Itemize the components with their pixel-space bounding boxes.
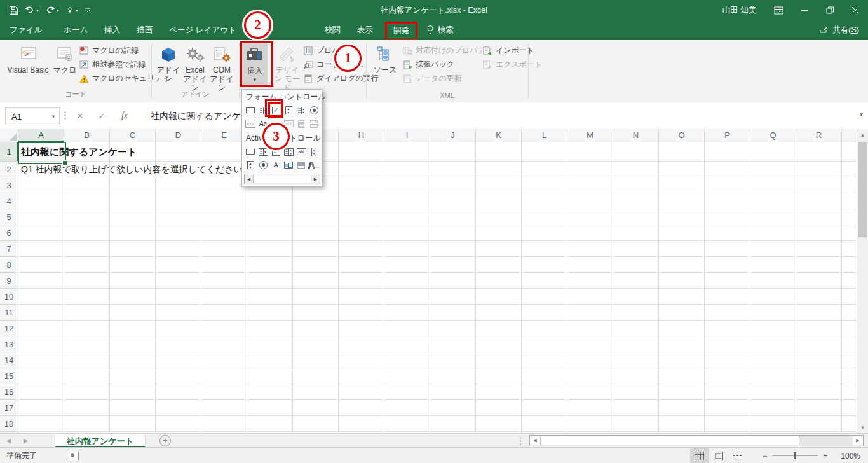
- row-header-6[interactable]: 6: [0, 225, 18, 241]
- insert-function-icon[interactable]: fx: [116, 107, 133, 124]
- command-button-icon[interactable]: [244, 145, 257, 158]
- row-header-7[interactable]: 7: [0, 241, 18, 257]
- button-icon[interactable]: [244, 104, 257, 117]
- macro-recording-icon[interactable]: [69, 452, 79, 460]
- scroll-up-arrow[interactable]: ▲: [857, 129, 868, 141]
- column-header-C[interactable]: C: [110, 129, 156, 142]
- row-header-5[interactable]: 5: [0, 209, 18, 225]
- tab-bar-splitter[interactable]: [519, 436, 522, 445]
- tab-view[interactable]: 表示: [349, 20, 381, 40]
- sheet-nav-right-icon[interactable]: ▶: [17, 438, 34, 444]
- column-header-O[interactable]: O: [659, 129, 705, 142]
- column-header-M[interactable]: M: [567, 129, 613, 142]
- column-header-L[interactable]: L: [522, 129, 567, 142]
- redo-icon[interactable]: ▾: [43, 3, 62, 18]
- column-header-A[interactable]: A: [18, 129, 64, 142]
- horizontal-scroll-thumb[interactable]: [540, 436, 799, 445]
- row-header-9[interactable]: 9: [0, 273, 18, 289]
- tab-home[interactable]: ホーム: [55, 20, 96, 40]
- row-header-12[interactable]: 12: [0, 321, 18, 336]
- row-header-2[interactable]: 2: [0, 162, 18, 177]
- scroll-left-arrow[interactable]: ◀: [530, 436, 540, 445]
- restore-button[interactable]: [817, 0, 843, 20]
- column-header-K[interactable]: K: [476, 129, 522, 142]
- undo-icon[interactable]: ▾: [22, 3, 41, 18]
- column-header-H[interactable]: H: [339, 129, 384, 142]
- record-macro-button[interactable]: マクロの記録: [79, 44, 139, 57]
- sheet-nav-left-icon[interactable]: ◀: [0, 438, 17, 444]
- zoom-in-button[interactable]: +: [823, 452, 827, 460]
- column-header-B[interactable]: B: [64, 129, 110, 142]
- name-box[interactable]: A1 ▼: [5, 107, 60, 125]
- column-header-R[interactable]: R: [796, 129, 842, 142]
- scroll-track[interactable]: [253, 175, 311, 183]
- dropdown-horizontal-scrollbar[interactable]: ◀ ▶: [244, 174, 320, 184]
- tab-insert[interactable]: 挿入: [96, 20, 128, 40]
- horizontal-scroll-track[interactable]: [799, 436, 853, 445]
- row-header-13[interactable]: 13: [0, 336, 18, 352]
- row-header-11[interactable]: 11: [0, 305, 18, 321]
- touch-mode-caret[interactable]: ▾: [76, 8, 78, 13]
- spin-button-icon[interactable]: ▲▼: [282, 104, 295, 117]
- row-header-15[interactable]: 15: [0, 368, 18, 384]
- column-header-Q[interactable]: Q: [750, 129, 796, 142]
- scroll-bar-icon[interactable]: ▲▼: [308, 145, 320, 158]
- user-name[interactable]: 山田 知美: [714, 0, 765, 20]
- use-relative-references-button[interactable]: 相対参照で記録: [79, 58, 146, 71]
- row-header-14[interactable]: 14: [0, 352, 18, 368]
- column-header-J[interactable]: J: [430, 129, 476, 142]
- excel-addins-button[interactable]: Excel アドイン: [182, 42, 208, 92]
- combo-box-icon[interactable]: ▼: [257, 104, 269, 117]
- column-header-E[interactable]: E: [201, 129, 247, 142]
- spin-button-icon[interactable]: ▲▼: [244, 158, 257, 172]
- vertical-scrollbar[interactable]: ▲ ▼: [857, 129, 868, 433]
- zoom-slider[interactable]: [772, 455, 818, 456]
- scroll-right-arrow[interactable]: ▶: [853, 436, 863, 445]
- tab-developer[interactable]: 開発: [385, 22, 417, 39]
- save-icon[interactable]: [6, 3, 21, 18]
- row-header-4[interactable]: 4: [0, 193, 18, 209]
- scroll-down-arrow[interactable]: ▼: [857, 422, 868, 433]
- visual-basic-button[interactable]: Visual Basic: [4, 42, 52, 74]
- group-box-icon[interactable]: XYZ: [244, 117, 257, 130]
- fill-handle[interactable]: [62, 160, 67, 165]
- row-header-17[interactable]: 17: [0, 400, 18, 416]
- name-box-dropdown-arrow[interactable]: ▼: [48, 114, 59, 120]
- addins-button[interactable]: アドイン: [156, 42, 180, 83]
- combo-list-edit-icon[interactable]: [295, 117, 308, 130]
- design-mode-button[interactable]: デザイン モード: [273, 42, 302, 92]
- vertical-scroll-thumb[interactable]: [858, 142, 867, 237]
- label-activex-icon[interactable]: A: [269, 158, 282, 172]
- insert-controls-button[interactable]: 挿入 ▼: [242, 43, 268, 85]
- tab-file[interactable]: ファイル: [1, 20, 50, 40]
- refresh-data-button[interactable]: データの更新: [402, 72, 462, 85]
- macros-button[interactable]: マクロ: [52, 42, 78, 74]
- expansion-packs-button[interactable]: 拡張パック: [402, 58, 454, 71]
- option-button-icon[interactable]: [308, 104, 320, 117]
- tell-me-search[interactable]: 検索: [426, 25, 454, 36]
- row-header-8[interactable]: 8: [0, 257, 18, 273]
- tab-draw[interactable]: 描画: [128, 20, 161, 40]
- redo-dropdown-caret[interactable]: ▾: [57, 8, 59, 13]
- image-icon[interactable]: [282, 158, 295, 172]
- import-button[interactable]: インポート: [482, 44, 534, 57]
- touch-mouse-mode-icon[interactable]: ▾: [63, 3, 81, 18]
- sheet-tab-active[interactable]: 社内報アンケート: [55, 434, 146, 448]
- page-layout-view-button[interactable]: [709, 448, 728, 463]
- zoom-level[interactable]: 100%: [832, 452, 860, 460]
- column-header-I[interactable]: I: [384, 129, 430, 142]
- formula-bar-splitter[interactable]: [64, 111, 66, 121]
- toggle-button-icon[interactable]: [295, 158, 308, 172]
- tab-review[interactable]: 校閲: [316, 20, 349, 40]
- select-all-corner[interactable]: [0, 129, 18, 142]
- minimize-button[interactable]: [792, 0, 817, 20]
- zoom-slider-thumb[interactable]: [794, 452, 796, 459]
- check-box-icon[interactable]: ✓: [269, 104, 282, 117]
- insert-dropdown-arrow[interactable]: ▼: [252, 76, 257, 85]
- text-box-icon[interactable]: abl: [295, 145, 308, 158]
- scroll-left-arrow[interactable]: ◀: [245, 175, 253, 183]
- horizontal-scrollbar[interactable]: ◀ ▶: [529, 435, 864, 446]
- com-addins-button[interactable]: COM アドイン: [208, 42, 235, 92]
- list-box-icon[interactable]: ▲▼: [295, 104, 308, 117]
- cancel-icon[interactable]: ✕: [71, 107, 89, 124]
